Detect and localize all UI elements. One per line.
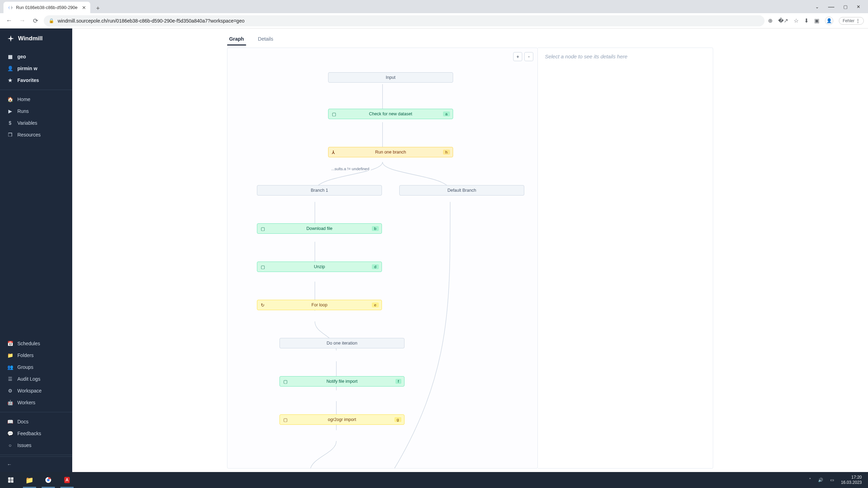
- sidebar-item-label: Feedbacks: [17, 431, 41, 436]
- tray-chevron-icon[interactable]: ˄: [809, 478, 811, 482]
- tray-battery-icon[interactable]: ▭: [830, 478, 834, 482]
- forward-button[interactable]: →: [17, 16, 27, 26]
- browser-tab[interactable]: Run 0186eb38-c86b-d590-290e ✕: [3, 2, 90, 13]
- start-button[interactable]: [1, 472, 20, 488]
- node-label: Run one branch: [375, 150, 406, 155]
- taskbar-explorer[interactable]: 📁: [20, 472, 39, 488]
- error-badge[interactable]: Fehler ⋮: [839, 17, 864, 25]
- app-logo[interactable]: Windmill: [0, 28, 72, 49]
- sidebar-item-variables[interactable]: $ Variables: [0, 117, 72, 129]
- script-icon: ▢: [261, 226, 265, 231]
- branch-icon: ⅄: [332, 150, 335, 155]
- sidebar-user-label: pirmin w: [17, 66, 37, 71]
- bookmark-icon[interactable]: ☆: [794, 17, 799, 24]
- tray-volume-icon[interactable]: 🔊: [818, 478, 823, 482]
- home-icon: 🏠: [7, 97, 13, 102]
- sidebar-item-issues[interactable]: ○ Issues: [0, 439, 72, 451]
- sidebar-item-home[interactable]: 🏠 Home: [0, 93, 72, 105]
- script-icon: ▢: [332, 111, 336, 117]
- script-icon: ▢: [261, 264, 265, 270]
- maximize-icon[interactable]: ▢: [843, 4, 848, 9]
- node-default-branch[interactable]: Default Branch: [399, 185, 524, 196]
- script-icon: ▢: [283, 417, 287, 422]
- robot-icon: 🤖: [7, 400, 13, 405]
- sidebar-collapse-button[interactable]: ←: [0, 456, 72, 472]
- back-button[interactable]: ←: [4, 16, 14, 26]
- node-label: Notify file import: [326, 379, 358, 384]
- sidebar-item-label: Issues: [17, 442, 31, 448]
- node-badge: d: [372, 264, 379, 269]
- tab-close-icon[interactable]: ✕: [82, 5, 86, 10]
- sidebar-item-docs[interactable]: 📖 Docs: [0, 416, 72, 428]
- users-icon: 👥: [7, 364, 13, 370]
- sidebar-item-groups[interactable]: 👥 Groups: [0, 361, 72, 373]
- node-input[interactable]: Input: [328, 72, 453, 83]
- clock-time: 17:20: [841, 475, 862, 480]
- sidebar-item-label: Audit Logs: [17, 376, 40, 382]
- detail-placeholder: Select a node to see its details here: [545, 53, 627, 59]
- profile-icon[interactable]: 👤: [825, 17, 833, 25]
- windmill-icon: [7, 35, 15, 42]
- sidebar-user[interactable]: 👤 pirmin w: [0, 63, 72, 74]
- close-window-icon[interactable]: ✕: [857, 4, 860, 9]
- svg-rect-0: [8, 478, 11, 480]
- download-icon[interactable]: ⬇: [804, 17, 809, 24]
- taskbar-clock[interactable]: 17:20 16.03.2023: [841, 475, 862, 485]
- new-tab-button[interactable]: +: [93, 3, 103, 13]
- sidebar-item-label: Groups: [17, 364, 33, 370]
- sidebar-item-label: Docs: [17, 419, 28, 424]
- share-icon[interactable]: �↗: [778, 17, 788, 24]
- user-icon: 👤: [7, 66, 13, 71]
- node-check-dataset[interactable]: ▢ Check for new dataset a: [328, 109, 453, 119]
- windows-icon: [8, 477, 14, 483]
- node-label: ogr2ogr import: [328, 417, 356, 422]
- sidebar-item-label: Variables: [17, 120, 37, 126]
- extension-icon[interactable]: ▣: [814, 17, 819, 24]
- graph-panel[interactable]: + -: [227, 48, 538, 469]
- sidebar-workspace[interactable]: ▦ geo: [0, 51, 72, 63]
- node-badge: h: [443, 150, 450, 155]
- node-run-one-branch[interactable]: ⅄ Run one branch h: [328, 147, 453, 157]
- node-download-file[interactable]: ▢ Download file b: [257, 223, 382, 234]
- sidebar-item-runs[interactable]: ▶ Runs: [0, 105, 72, 117]
- taskbar-acrobat[interactable]: A: [58, 472, 76, 488]
- book-icon: 📖: [7, 419, 13, 424]
- node-unzip[interactable]: ▢ Unzip d: [257, 262, 382, 272]
- node-label: Unzip: [314, 264, 325, 269]
- node-ogr2ogr-import[interactable]: ▢ ogr2ogr import g: [279, 414, 404, 425]
- node-label: For loop: [311, 303, 327, 307]
- url-input[interactable]: 🔒 windmill.sourcepole.ch/run/0186eb38-c8…: [44, 15, 765, 26]
- svg-rect-3: [11, 480, 14, 483]
- node-label: Branch 1: [311, 188, 328, 193]
- sidebar-favorites-label: Favorites: [17, 77, 39, 83]
- play-icon: ▶: [7, 108, 13, 114]
- node-for-loop[interactable]: ↻ For loop e: [257, 300, 382, 310]
- sidebar-item-workers[interactable]: 🤖 Workers: [0, 397, 72, 408]
- node-notify-file-import[interactable]: ▢ Notify file import f: [279, 376, 404, 387]
- sidebar-item-audit-logs[interactable]: ☰ Audit Logs: [0, 373, 72, 385]
- node-do-one-iteration[interactable]: Do one iteration: [279, 338, 404, 348]
- node-badge: b: [372, 226, 379, 231]
- taskbar-chrome[interactable]: [39, 472, 58, 488]
- sidebar-item-resources[interactable]: ❒ Resources: [0, 129, 72, 141]
- sidebar-item-label: Runs: [17, 108, 29, 114]
- node-badge: a: [443, 111, 450, 116]
- tab-details[interactable]: Details: [256, 33, 275, 45]
- sidebar-item-feedbacks[interactable]: 💬 Feedbacks: [0, 428, 72, 439]
- node-label: Do one iteration: [327, 341, 357, 346]
- reload-button[interactable]: ⟳: [31, 16, 40, 26]
- star-icon: ★: [7, 77, 13, 83]
- edge-condition-label: ...sults.a != undefined: [330, 167, 371, 171]
- node-branch-1[interactable]: Branch 1: [257, 185, 382, 196]
- minimize-icon[interactable]: —: [828, 3, 834, 10]
- sidebar-item-schedules[interactable]: 📅 Schedules: [0, 338, 72, 349]
- chevron-down-icon[interactable]: ⌄: [815, 4, 819, 9]
- tab-favicon: [8, 5, 13, 10]
- tab-graph[interactable]: Graph: [227, 33, 246, 45]
- node-badge: f: [395, 379, 401, 384]
- svg-rect-2: [8, 480, 11, 483]
- translate-icon[interactable]: ⊕: [768, 17, 773, 24]
- sidebar-favorites[interactable]: ★ Favorites: [0, 74, 72, 86]
- sidebar-item-workspace-settings[interactable]: ⚙ Workspace: [0, 385, 72, 397]
- sidebar-item-folders[interactable]: 📁 Folders: [0, 349, 72, 361]
